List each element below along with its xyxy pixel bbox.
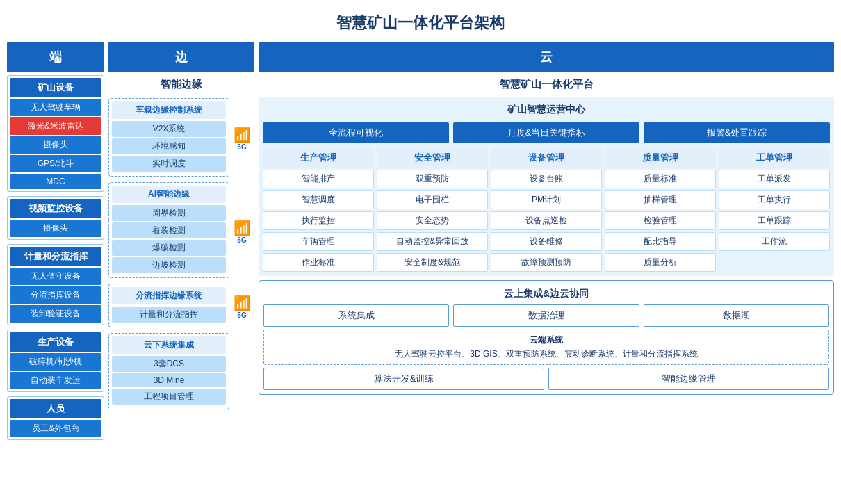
mgmt-col-equipment-title: 设备管理 [491,148,602,168]
bian-block-item: 边坡检测 [112,257,226,273]
bian-block-3-row: 分流指挥边缘系统 计量和分流指挥 📶 5G [108,284,254,330]
mgmt-col-workorder: 工单管理 工单派发 工单执行 工单跟踪 工作流 [719,148,830,272]
bian-block-2-row: AI智能边缘 周界检测 着装检测 爆破检测 边坡检测 📶 5G [108,182,254,281]
duan-item-highlight: 激光&米波雷达 [10,117,101,135]
mgmt-item: 工单执行 [719,190,830,209]
bian-block-item: V2X系统 [112,121,226,137]
bian-block-item: 周界检测 [112,205,226,221]
cloud-system-title: 云端系统 [271,334,822,346]
mgmt-item: 工作流 [719,232,830,251]
mgmt-item: 自动监控&异常回放 [377,232,488,251]
mgmt-col-safety: 安全管理 双重预防 电子围栏 安全态势 自动监控&异常回放 安全制度&规范 [377,148,488,272]
wifi-icon-2: 📶 [234,220,251,236]
bian-block-cloud-title: 云下系统集成 [112,336,226,354]
bian-block-item: 工程项目管理 [112,389,226,405]
mgmt-item: 工单跟踪 [719,211,830,230]
duan-item: 破碎机/制沙机 [10,353,101,371]
duan-group-production: 生产设备 破碎机/制沙机 自动装车发运 [7,330,104,392]
duan-item: 分流指挥设备 [10,286,101,304]
algo-item-edge: 智能边缘管理 [548,368,829,390]
wifi-label-1: 5G [237,143,246,151]
mgmt-item: 电子围栏 [377,190,488,209]
mgmt-item: 检验管理 [605,211,716,230]
mgmt-col-equipment: 设备管理 设备台账 PM计划 设备点巡检 设备维修 故障预测预防 [491,148,602,272]
main-layout: 端 矿山设备 无人驾驶车辆 激光&米波雷达 摄像头 GPS/北斗 MDC 视频监… [0,42,841,504]
wifi-5g-3: 📶 5G [229,295,254,319]
bian-section-title: 智能边缘 [108,75,254,95]
ops-item-alert: 报警&处置跟踪 [644,122,830,143]
mgmt-col-production-title: 生产管理 [263,148,374,168]
integration-title: 云上集成&边云协同 [263,285,829,304]
mgmt-item: 车辆管理 [263,232,374,251]
mgmt-item: 设备台账 [491,170,602,188]
bian-block-item: 3D Mine [112,373,226,387]
duan-item: 员工&外包商 [10,420,101,437]
mgmt-col-safety-title: 安全管理 [377,148,488,168]
duan-item: 无人值守设备 [10,268,101,285]
wifi-label-2: 5G [237,236,246,244]
meter-title: 计量和分流指挥 [10,247,101,266]
mgmt-item: 智能排产 [263,170,374,188]
mgmt-item: 安全制度&规范 [377,253,488,272]
bian-block-1-row: 车载边缘控制系统 V2X系统 环境感知 实时调度 📶 5G [108,98,254,179]
mgmt-item: 质量分析 [605,253,716,272]
mgmt-col-quality-title: 质量管理 [605,148,716,168]
yun-header: 云 [259,42,834,72]
bian-block-dispatch: 分流指挥边缘系统 计量和分流指挥 [108,284,229,327]
mgmt-item: 故障预测预防 [491,253,602,272]
mgmt-item: 工单派发 [719,170,830,188]
mgmt-item: 配比指导 [605,232,716,251]
ops-center-title: 矿山智慧运营中心 [263,101,830,119]
bian-block-item: 着装检测 [112,222,226,238]
yun-platform-title: 智慧矿山一体化平台 [259,75,834,94]
wifi-5g-1: 📶 5G [229,127,254,151]
duan-group-meter: 计量和分流指挥 无人值守设备 分流指挥设备 装卸验证设备 [7,244,104,325]
production-title: 生产设备 [10,332,101,352]
cloud-system-desc: 无人驾驶云控平台、3D GIS、双重预防系统、震动诊断系统、计量和分流指挥系统 [271,348,822,360]
mgmt-item: PM计划 [491,190,602,209]
col-bian-wrapper: 边 智能边缘 车载边缘控制系统 V2X系统 环境感知 实时调度 📶 5G AI智… [108,42,254,497]
mgmt-item: 抽样管理 [605,190,716,209]
duan-header: 端 [7,42,104,72]
bian-block-4-row: 云下系统集成 3套DCS 3D Mine 工程项目管理 [108,333,254,412]
mgmt-item: 智慧调度 [263,190,374,209]
integration-item-system: 系统集成 [263,304,449,327]
integration-item-data: 数据治理 [453,304,639,327]
page-title: 智慧矿山一体化平台架构 [0,0,841,42]
mgmt-item: 安全态势 [377,211,488,230]
bian-block-ai-title: AI智能边缘 [112,186,226,203]
bian-header: 边 [108,42,254,72]
wifi-icon-3: 📶 [234,295,251,311]
people-title: 人员 [10,399,101,418]
mine-devices-title: 矿山设备 [10,78,101,97]
wifi-icon-1: 📶 [234,127,251,143]
duan-item: 摄像头 [10,136,101,154]
wifi-label-3: 5G [237,311,246,319]
mgmt-row: 生产管理 智能排产 智慧调度 执行监控 车辆管理 作业标准 安全管理 双重预防 … [263,148,830,272]
col-yun: 云 智慧矿山一体化平台 矿山智慧运营中心 全流程可视化 月度&当日关键指标 报警… [259,42,834,497]
bian-block-vehicle-title: 车载边缘控制系统 [112,101,226,119]
duan-item: 自动装车发运 [10,372,101,389]
bian-block-item: 实时调度 [112,156,226,172]
integration-row1: 系统集成 数据治理 数据湖 [263,304,829,327]
integration-section: 云上集成&边云协同 系统集成 数据治理 数据湖 云端系统 无人驾驶云控平台、3D… [259,280,834,395]
duan-item: 装卸验证设备 [10,305,101,323]
algo-row: 算法开发&训练 智能边缘管理 [263,368,829,390]
cloud-system-box: 云端系统 无人驾驶云控平台、3D GIS、双重预防系统、震动诊断系统、计量和分流… [263,330,829,365]
duan-group-people: 人员 员工&外包商 [7,396,104,440]
mgmt-col-quality: 质量管理 质量标准 抽样管理 检验管理 配比指导 质量分析 [605,148,716,272]
yun-inner: 矿山智慧运营中心 全流程可视化 月度&当日关键指标 报警&处置跟踪 生产管理 智… [259,97,834,276]
duan-item: GPS/北斗 [10,155,101,172]
mgmt-item: 双重预防 [377,170,488,188]
mgmt-item: 作业标准 [263,253,374,272]
wifi-5g-2: 📶 5G [229,220,254,244]
ops-item-visualize: 全流程可视化 [263,122,449,143]
mgmt-col-workorder-title: 工单管理 [719,148,830,168]
duan-group-video: 视频监控设备 摄像头 [7,196,104,240]
duan-group-mine-devices: 矿山设备 无人驾驶车辆 激光&米波雷达 摄像头 GPS/北斗 MDC [7,75,104,192]
bian-block-ai: AI智能边缘 周界检测 着装检测 爆破检测 边坡检测 [108,182,229,278]
mgmt-item: 设备维修 [491,232,602,251]
bian-block-item: 3套DCS [112,356,226,372]
duan-item: MDC [10,174,101,189]
col-duan: 端 矿山设备 无人驾驶车辆 激光&米波雷达 摄像头 GPS/北斗 MDC 视频监… [7,42,104,497]
